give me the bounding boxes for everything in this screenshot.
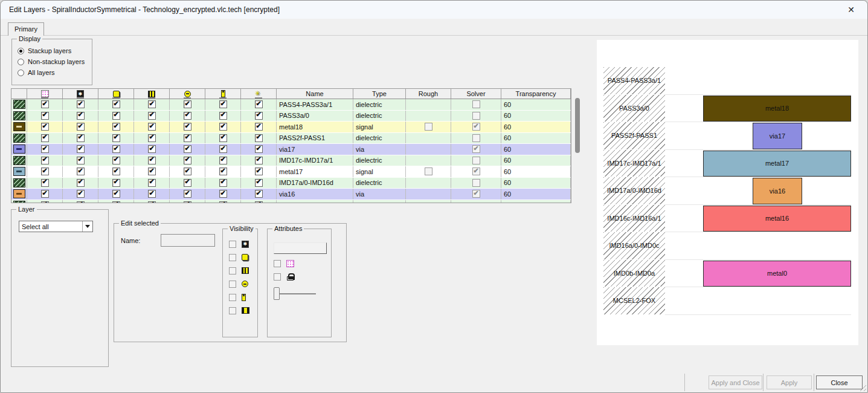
vias-visibility-checkbox[interactable]	[229, 281, 236, 288]
visibility-checkbox[interactable]	[77, 145, 85, 153]
visibility-checkbox[interactable]	[148, 100, 156, 108]
table-row-clipped[interactable]	[11, 200, 571, 204]
visibility-checkbox[interactable]	[41, 112, 49, 120]
visibility-checkbox[interactable]	[148, 167, 156, 175]
visibility-checkbox[interactable]	[255, 123, 263, 131]
column-header-type[interactable]: Type	[353, 89, 406, 99]
visibility-checkbox[interactable]	[184, 157, 191, 164]
visibility-checkbox[interactable]	[112, 167, 120, 175]
visibility-checkbox[interactable]	[112, 145, 120, 153]
visibility-checkbox[interactable]	[148, 157, 156, 164]
visibility-checkbox[interactable]	[184, 167, 191, 175]
close-button[interactable]: Close	[816, 375, 863, 389]
solver-checkbox[interactable]	[472, 190, 480, 198]
table-row[interactable]: IMD17a/0-IMD16ddielectric60	[11, 178, 571, 189]
solver-checkbox[interactable]	[472, 167, 480, 175]
visibility-checkbox[interactable]	[184, 179, 191, 187]
table-row[interactable]: PASS2f-PASS1dielectric60	[11, 133, 571, 145]
swatch-column-header[interactable]	[11, 89, 27, 99]
visibility-checkbox[interactable]	[219, 190, 227, 198]
visibility-checkbox[interactable]	[219, 145, 227, 153]
visibility-checkbox[interactable]	[219, 123, 227, 131]
visibility-checkbox[interactable]	[255, 201, 263, 203]
paths-visibility-checkbox[interactable]	[229, 267, 236, 274]
solver-checkbox[interactable]	[472, 100, 480, 108]
visibility-checkbox[interactable]	[184, 112, 191, 120]
paths-column-header[interactable]	[134, 89, 170, 99]
visibility-checkbox[interactable]	[112, 123, 120, 131]
visibility-checkbox[interactable]	[219, 112, 227, 120]
visibility-checkbox[interactable]	[41, 100, 49, 108]
vias-column-header[interactable]	[170, 89, 205, 99]
table-row[interactable]: metal17signal60	[11, 166, 571, 178]
column-header-solver[interactable]: Solver	[451, 89, 501, 99]
color-swatch-button[interactable]	[274, 242, 327, 254]
radio-icon[interactable]	[18, 59, 24, 65]
visibility-checkbox[interactable]	[41, 167, 49, 175]
visibility-checkbox[interactable]	[148, 190, 156, 198]
components-visibility-checkbox[interactable]	[229, 307, 236, 314]
visibility-checkbox[interactable]	[184, 145, 191, 153]
visibility-checkbox[interactable]	[219, 157, 227, 164]
visibility-checkbox[interactable]	[255, 145, 263, 153]
solver-checkbox[interactable]	[472, 145, 480, 153]
table-row[interactable]: IMD17c-IMD17a/1dielectric60	[11, 155, 571, 167]
table-scrollbar-thumb[interactable]	[575, 98, 580, 153]
visibility-checkbox[interactable]	[184, 134, 191, 142]
table-row[interactable]: PASS4-PASS3a/1dielectric60	[11, 99, 571, 111]
visibility-checkbox[interactable]	[41, 134, 49, 142]
visibility-checkbox[interactable]	[77, 134, 85, 142]
visibility-checkbox[interactable]	[41, 145, 49, 153]
visibility-checkbox[interactable]	[77, 112, 85, 120]
table-row[interactable]: PASS3a/0dielectric60	[11, 111, 571, 122]
visibility-checkbox[interactable]	[219, 167, 227, 175]
visibility-checkbox[interactable]	[77, 157, 85, 164]
layer-select-dropdown[interactable]: Select all	[19, 221, 93, 232]
rough-checkbox[interactable]	[425, 123, 432, 131]
visibility-checkbox[interactable]	[255, 157, 263, 164]
visibility-checkbox[interactable]	[77, 190, 85, 198]
close-icon[interactable]: ✕	[843, 3, 859, 16]
visibility-checkbox[interactable]	[219, 100, 227, 108]
display-radio-all-layers[interactable]: All layers	[18, 69, 85, 76]
visibility-checkbox[interactable]	[219, 201, 227, 203]
visibility-checkbox[interactable]	[112, 157, 120, 164]
display-radio-stackup-layers[interactable]: Stackup layers	[18, 47, 85, 54]
lock-checkbox[interactable]	[274, 273, 281, 281]
visibility-checkbox[interactable]	[112, 179, 120, 187]
fill-pattern-checkbox[interactable]	[274, 260, 281, 267]
radio-icon[interactable]	[18, 48, 24, 54]
visibility-checkbox[interactable]	[112, 190, 120, 198]
nets-visibility-checkbox[interactable]	[229, 241, 236, 248]
solver-checkbox[interactable]	[472, 179, 480, 187]
visibility-checkbox[interactable]	[77, 100, 85, 108]
solver-checkbox[interactable]	[472, 123, 480, 131]
visibility-checkbox[interactable]	[255, 134, 263, 142]
column-header-rough[interactable]: Rough	[406, 89, 451, 99]
table-row[interactable]: metal18signal60	[11, 122, 571, 133]
radio-icon[interactable]	[18, 70, 24, 76]
visibility-checkbox[interactable]	[77, 167, 85, 175]
display-radio-non-stackup-layers[interactable]: Non-stackup layers	[18, 58, 85, 65]
table-row[interactable]: via17via60	[11, 144, 571, 155]
shapes-visibility-checkbox[interactable]	[229, 254, 236, 261]
visibility-checkbox[interactable]	[148, 112, 156, 120]
text-labels-column-header[interactable]	[241, 89, 277, 99]
visibility-checkbox[interactable]	[255, 167, 263, 175]
visibility-checkbox[interactable]	[255, 179, 263, 187]
visibility-checkbox[interactable]	[41, 190, 49, 198]
rough-checkbox[interactable]	[425, 167, 432, 175]
shapes-column-header[interactable]	[98, 89, 134, 99]
visibility-checkbox[interactable]	[255, 112, 263, 120]
table-row[interactable]: via16via60	[11, 189, 571, 200]
slider-thumb[interactable]	[274, 287, 280, 300]
nets-column-header[interactable]	[63, 89, 98, 99]
visibility-checkbox[interactable]	[112, 100, 120, 108]
visibility-checkbox[interactable]	[112, 112, 120, 120]
visibility-checkbox[interactable]	[255, 100, 263, 108]
visibility-checkbox[interactable]	[184, 100, 191, 108]
visibility-checkbox[interactable]	[112, 201, 120, 203]
visibility-checkbox[interactable]	[41, 123, 49, 131]
visibility-checkbox[interactable]	[148, 179, 156, 187]
visibility-checkbox[interactable]	[184, 123, 191, 131]
